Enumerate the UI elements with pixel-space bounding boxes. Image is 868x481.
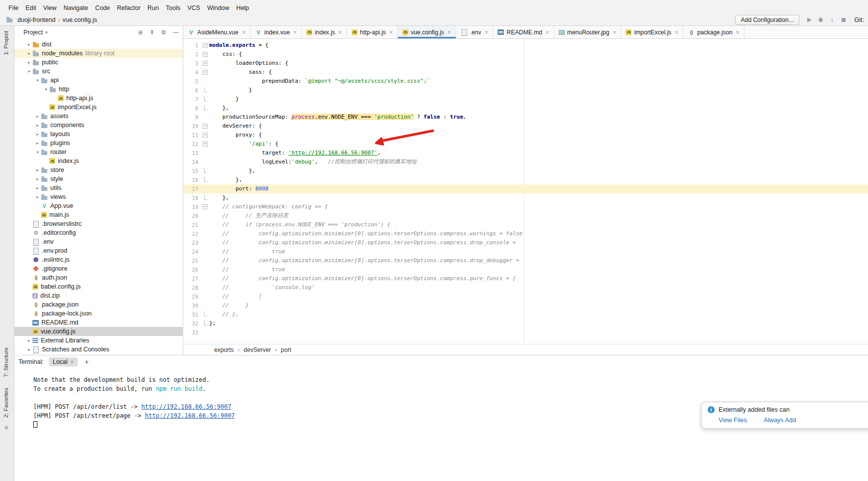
menu-run[interactable]: Run xyxy=(144,3,162,13)
code-line-10[interactable]: 10 devServer: { xyxy=(183,122,868,131)
chevron-open-icon[interactable]: ▾ xyxy=(34,78,41,83)
menu-tools[interactable]: Tools xyxy=(162,3,184,13)
stop-icon[interactable] xyxy=(840,16,847,23)
fold-marker-icon[interactable] xyxy=(201,86,209,95)
tree-item-.gitignore[interactable]: .gitignore xyxy=(14,264,183,273)
tree-item-dist.zip[interactable]: Zdist.zip xyxy=(14,291,183,300)
tab-.env[interactable]: .env× xyxy=(456,26,494,38)
tree-item-Scratches and Consoles[interactable]: ▸Scratches and Consoles xyxy=(14,345,183,354)
code-line-25[interactable]: 25 // config.optimization.minimizer[0].o… xyxy=(183,256,868,265)
chevron-closed-icon[interactable]: ▸ xyxy=(34,185,41,190)
tab-close-icon[interactable]: × xyxy=(675,29,678,36)
tree-item-babel.config.js[interactable]: JSbabel.config.js xyxy=(14,282,183,291)
code-line-28[interactable]: 28 // 'console.log' xyxy=(183,283,868,292)
tree-item-importExcel.js[interactable]: JSimportExcel.js xyxy=(14,103,183,112)
code-line-6[interactable]: 6 } xyxy=(183,86,868,95)
menu-window[interactable]: Window xyxy=(204,3,233,13)
code-line-30[interactable]: 30 // } xyxy=(183,301,868,310)
line-number[interactable]: 2 xyxy=(183,50,201,59)
project-panel-title[interactable]: Project xyxy=(23,29,43,36)
chevron-closed-icon[interactable]: ▸ xyxy=(34,114,41,119)
tree-item-views[interactable]: ▸views xyxy=(14,192,183,201)
code-line-1[interactable]: 1module.exports = { xyxy=(183,41,868,50)
tree-item-dist[interactable]: ▸dist xyxy=(14,40,183,49)
tab-menuRouter.jpg[interactable]: menuRouter.jpg× xyxy=(554,26,621,38)
line-number[interactable]: 9 xyxy=(183,113,201,122)
line-number[interactable]: 20 xyxy=(183,211,201,220)
code-line-14[interactable]: 14 logLevel:'debug', //控制台终端打印代理前的真实地址 xyxy=(183,158,868,166)
line-number[interactable]: 14 xyxy=(183,158,201,166)
tab-vue.config.js[interactable]: JSvue.config.js× xyxy=(398,26,456,38)
tab-close-icon[interactable]: × xyxy=(613,29,616,36)
fold-marker-icon[interactable] xyxy=(201,50,209,59)
hide-panel-icon[interactable]: — xyxy=(173,29,179,36)
fold-marker-icon[interactable] xyxy=(201,122,209,131)
code-line-12[interactable]: 12 '/api': { xyxy=(183,140,868,149)
code-line-29[interactable]: 29 // ] xyxy=(183,292,868,301)
code-line-33[interactable]: 33 xyxy=(183,328,868,337)
code-line-13[interactable]: 13 target: 'http://192.168.66.56:9007', xyxy=(183,149,868,158)
line-number[interactable]: 27 xyxy=(183,274,201,283)
settings-gear-icon[interactable]: ⚙ xyxy=(161,29,166,36)
fold-marker-icon[interactable] xyxy=(201,104,209,113)
chevron-open-icon[interactable]: ▾ xyxy=(43,87,49,92)
tree-item-http[interactable]: ▾http xyxy=(14,85,183,94)
line-number[interactable]: 30 xyxy=(183,301,201,310)
line-number[interactable]: 6 xyxy=(183,86,201,95)
tool-window-favorites-button[interactable]: 2: Favorites xyxy=(3,388,9,418)
code-line-7[interactable]: 7 } xyxy=(183,95,868,104)
tree-item-plugins[interactable]: ▸plugins xyxy=(14,139,183,148)
tree-item-components[interactable]: ▸components xyxy=(14,121,183,130)
chevron-closed-icon[interactable]: ▸ xyxy=(34,194,41,199)
line-number[interactable]: 32 xyxy=(183,319,201,328)
line-number[interactable]: 3 xyxy=(183,59,201,68)
terminal-tab-close-icon[interactable]: × xyxy=(71,359,74,365)
line-number[interactable]: 33 xyxy=(183,328,201,337)
tree-item-main.js[interactable]: JSmain.js xyxy=(14,210,183,219)
tree-item-.editorconfig[interactable]: ⚙.editorconfig xyxy=(14,228,183,237)
menu-navigate[interactable]: Navigate xyxy=(60,3,92,13)
tab-close-icon[interactable]: × xyxy=(448,29,451,36)
code-line-27[interactable]: 27 // config.optimization.minimizer[0].o… xyxy=(183,274,868,283)
code-line-3[interactable]: 3 loaderOptions: { xyxy=(183,59,868,68)
code-line-19[interactable]: 19 // configureWebpack: config => { xyxy=(183,202,868,211)
line-number[interactable]: 12 xyxy=(183,140,201,149)
tool-window-project-button[interactable]: 1: Project xyxy=(3,31,9,55)
menu-refactor[interactable]: Refactor xyxy=(114,3,144,13)
tree-item-.eslintrc.js[interactable]: .eslintrc.js xyxy=(14,255,183,264)
tree-item-style[interactable]: ▸style xyxy=(14,174,183,183)
line-number[interactable]: 15 xyxy=(183,166,201,175)
tab-index.js[interactable]: JSindex.js× xyxy=(302,26,347,38)
debug-icon[interactable] xyxy=(817,16,824,23)
line-number[interactable]: 29 xyxy=(183,292,201,301)
chevron-closed-icon[interactable]: ▸ xyxy=(26,338,32,343)
tab-README.md[interactable]: MDREADME.md× xyxy=(493,26,554,38)
tree-item-assets[interactable]: ▸assets xyxy=(14,112,183,121)
add-configuration-button[interactable]: Add Configuration... xyxy=(735,15,799,25)
code-line-5[interactable]: 5 prependData: `@import "~@/assets/scss/… xyxy=(183,77,868,86)
tree-item-api[interactable]: ▾api xyxy=(14,76,183,85)
chevron-closed-icon[interactable]: ▸ xyxy=(26,42,32,47)
toolbar-file-name[interactable]: vue.config.js xyxy=(60,16,99,24)
breadcrumb-devServer[interactable]: devServer xyxy=(244,346,271,353)
tree-item-App.vue[interactable]: VApp.vue xyxy=(14,201,183,210)
tree-item-External Libraries[interactable]: ▸External Libraries xyxy=(14,336,183,345)
always-add-link[interactable]: Always Add xyxy=(764,417,796,424)
line-number[interactable]: 24 xyxy=(183,247,201,256)
code-line-21[interactable]: 21 // if (process.env.NODE_ENV === 'prod… xyxy=(183,220,868,229)
line-number[interactable]: 22 xyxy=(183,229,201,238)
menu-vcs[interactable]: VCS xyxy=(184,3,204,13)
line-number[interactable]: 18 xyxy=(183,193,201,202)
tab-close-icon[interactable]: × xyxy=(546,29,549,36)
line-number[interactable]: 26 xyxy=(183,265,201,274)
breadcrumb-exports[interactable]: exports xyxy=(214,346,234,353)
line-number[interactable]: 17 xyxy=(183,184,201,193)
code-line-23[interactable]: 23 // config.optimization.minimizer[0].o… xyxy=(183,238,868,247)
tree-item-README.md[interactable]: MDREADME.md xyxy=(14,318,183,327)
tab-close-icon[interactable]: × xyxy=(339,29,342,36)
chevron-open-icon[interactable]: ▾ xyxy=(26,69,32,74)
menu-file[interactable]: File xyxy=(5,3,22,13)
tree-item-node_modules[interactable]: ▸node_moduleslibrary root xyxy=(14,49,183,58)
code-line-9[interactable]: 9 productionSourceMap: process.env.NODE_… xyxy=(183,113,868,122)
tab-importExcel.js[interactable]: JSimportExcel.js× xyxy=(621,26,683,38)
